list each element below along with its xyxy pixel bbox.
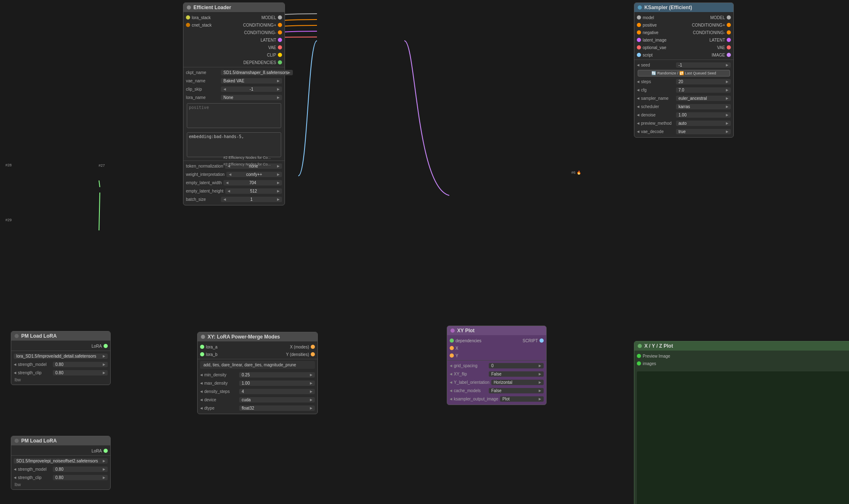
batch-size-value[interactable]: ◀ 1 ▶: [221, 197, 282, 202]
weight-interp-right[interactable]: ▶: [277, 173, 280, 176]
pm29-sm-left[interactable]: ◀: [14, 467, 16, 471]
pm29-sc-value[interactable]: 0.80 ▶: [53, 475, 108, 480]
batch-size-right[interactable]: ▶: [277, 198, 280, 201]
ksampler-output-right[interactable]: ▶: [539, 397, 541, 401]
cfg-right-arrow[interactable]: ▶: [726, 88, 728, 92]
cache-models-right[interactable]: ▶: [539, 389, 541, 393]
max-density-right[interactable]: ▶: [310, 381, 312, 385]
scheduler-right-arrow[interactable]: ▶: [726, 105, 728, 109]
weight-interp-left[interactable]: ◀: [229, 173, 231, 176]
latent-height-right[interactable]: ▶: [277, 189, 280, 193]
density-steps-right[interactable]: ▶: [310, 390, 312, 393]
xy-flip-left[interactable]: ◀: [450, 372, 452, 376]
pm29-lora-file-arrow[interactable]: ▶: [103, 459, 105, 463]
cache-models-left[interactable]: ◀: [450, 389, 452, 393]
y-orient-value[interactable]: Horizontal ▶: [491, 380, 544, 385]
vae-decode-right-arrow[interactable]: ▶: [726, 130, 728, 133]
cfg-value[interactable]: 7.0 ▶: [676, 87, 731, 93]
grid-spacing-left[interactable]: ◀: [450, 364, 452, 368]
token-norm-right[interactable]: ▶: [277, 164, 280, 168]
negative-prompt[interactable]: embedding:bad-hands-5,: [187, 132, 281, 157]
xy-flip-value[interactable]: False ▶: [489, 371, 544, 377]
pm29-sm-right[interactable]: ▶: [103, 467, 105, 471]
latent-height-value[interactable]: ◀ 512 ▶: [225, 188, 282, 194]
vae-decode-value[interactable]: true ▶: [676, 129, 731, 134]
sampler-value[interactable]: euler_ancestral ▶: [676, 96, 731, 101]
steps-left-arrow[interactable]: ◀: [637, 80, 639, 84]
y-orient-left[interactable]: ◀: [450, 380, 452, 384]
dtype-left[interactable]: ◀: [200, 406, 203, 410]
seed-label: seed: [641, 63, 674, 67]
pm28-sm-right[interactable]: ▶: [103, 363, 105, 366]
cache-models-value[interactable]: False ▶: [489, 388, 544, 393]
grid-spacing-value[interactable]: 0 ▶: [489, 363, 544, 368]
device-left[interactable]: ◀: [200, 398, 203, 402]
pm29-sc-left[interactable]: ◀: [14, 476, 16, 479]
device-value[interactable]: cuda ▶: [239, 397, 315, 403]
clip-skip-value[interactable]: ◀ -1 ▶: [221, 86, 282, 92]
seed-value[interactable]: -1 ▶: [676, 62, 731, 68]
pm28-lora-file-arrow[interactable]: ▶: [103, 354, 105, 358]
weight-interp-text: comfy++: [246, 172, 262, 177]
pm28-sc-value[interactable]: 0.80 ▶: [53, 370, 108, 376]
density-steps-left[interactable]: ◀: [200, 390, 203, 393]
grid-spacing-right[interactable]: ▶: [539, 364, 541, 368]
min-density-left[interactable]: ◀: [200, 373, 203, 377]
preview-left-arrow[interactable]: ◀: [637, 121, 639, 125]
pm28-sm-left[interactable]: ◀: [14, 363, 16, 366]
max-density-left[interactable]: ◀: [200, 381, 203, 385]
vae-value[interactable]: Baked VAE ▶: [221, 78, 282, 84]
sampler-right-arrow[interactable]: ▶: [726, 96, 728, 100]
preview-value[interactable]: auto ▶: [676, 121, 731, 126]
pm29-lora-file-value[interactable]: SD1.5/Improve/epi_noiseoffset2.safetenso…: [14, 458, 108, 464]
ckpt-value[interactable]: SD1.5/dreamshaper_8.safetensors ▶: [221, 70, 293, 75]
min-density-right[interactable]: ▶: [310, 373, 312, 377]
latent-height-label: empty_latent_height: [186, 189, 223, 193]
weight-interp-value[interactable]: ◀ comfy++ ▶: [226, 172, 282, 177]
pm28-sc-right[interactable]: ▶: [103, 371, 105, 375]
ckpt-arrow[interactable]: ▶: [288, 71, 290, 74]
clip-skip-left-arrow[interactable]: ◀: [223, 87, 226, 91]
vae-arrow[interactable]: ▶: [277, 79, 280, 83]
density-steps-value[interactable]: 4 ▶: [239, 389, 315, 394]
xy-flip-right[interactable]: ▶: [539, 372, 541, 376]
pm28-sm-value[interactable]: 0.80 ▶: [53, 362, 108, 367]
steps-right-arrow[interactable]: ▶: [726, 80, 728, 84]
dtype-right[interactable]: ▶: [310, 406, 312, 410]
lora-name-value[interactable]: None ▶: [221, 95, 282, 100]
denoise-value[interactable]: 1.00 ▶: [676, 112, 731, 118]
sampler-left-arrow[interactable]: ◀: [637, 96, 639, 100]
vae-decode-left-arrow[interactable]: ◀: [637, 130, 639, 133]
cfg-left-arrow[interactable]: ◀: [637, 88, 639, 92]
denoise-right-arrow[interactable]: ▶: [726, 113, 728, 117]
lora-name-arrow[interactable]: ▶: [277, 96, 280, 99]
seed-right-arrow[interactable]: ▶: [726, 63, 728, 67]
dtype-value[interactable]: float32 ▶: [239, 405, 315, 411]
y-orient-right[interactable]: ▶: [539, 380, 541, 384]
ksampler-output-value[interactable]: Plot ▶: [500, 396, 544, 402]
scheduler-left-arrow[interactable]: ◀: [637, 105, 639, 109]
randomize-button[interactable]: 🔄 Randomize / 🔁 Last Queued Seed: [638, 70, 730, 77]
latent-height-left[interactable]: ◀: [228, 189, 230, 193]
preview-right-arrow[interactable]: ▶: [726, 121, 728, 125]
pm28-sc-left[interactable]: ◀: [14, 371, 16, 375]
latent-width-value[interactable]: ◀ 704 ▶: [223, 180, 282, 185]
port-cnet-dot: [186, 23, 190, 27]
pm28-lora-file-value[interactable]: lora_SD1.5/Improve/add_detail.safetensor…: [14, 353, 108, 359]
ksampler-output-left[interactable]: ◀: [450, 397, 452, 401]
steps-value[interactable]: 20 ▶: [676, 79, 731, 84]
latent-width-right[interactable]: ▶: [277, 181, 280, 185]
clip-skip-right-arrow[interactable]: ▶: [277, 87, 280, 91]
pm29-sm-value[interactable]: 0.80 ▶: [53, 467, 108, 472]
pm29-sc-right[interactable]: ▶: [103, 476, 105, 479]
scheduler-value[interactable]: karras ▶: [676, 104, 731, 109]
min-density-value[interactable]: 0.25 ▶: [239, 372, 315, 378]
device-right[interactable]: ▶: [310, 398, 312, 402]
seed-left-arrow[interactable]: ◀: [637, 63, 639, 67]
max-density-value[interactable]: 1.00 ▶: [239, 380, 315, 386]
batch-size-left[interactable]: ◀: [223, 198, 226, 201]
field-pm29-strength-model: ◀ strength_model 0.80 ▶: [11, 465, 110, 473]
latent-width-left[interactable]: ◀: [226, 181, 228, 185]
denoise-left-arrow[interactable]: ◀: [637, 113, 639, 117]
positive-prompt[interactable]: [187, 103, 281, 128]
